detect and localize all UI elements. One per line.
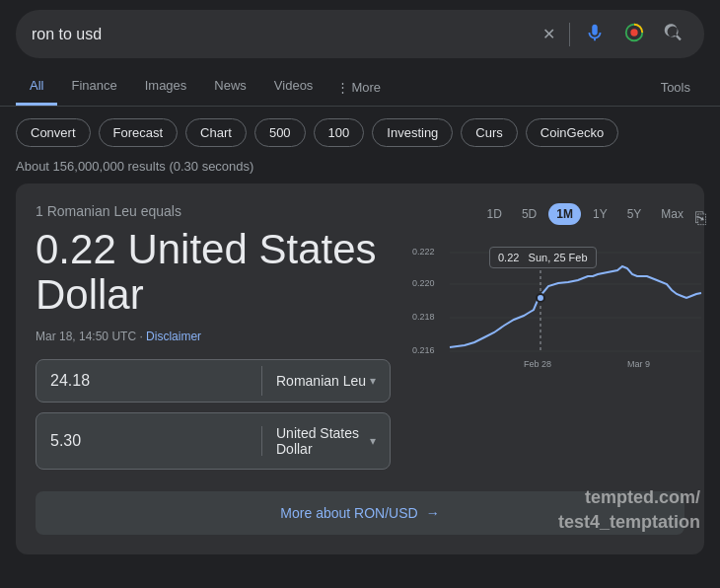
time-tab-1y[interactable]: 1Y [585,203,615,225]
svg-text:0.218: 0.218 [412,312,435,322]
results-count: About 156,000,000 results (0.30 seconds) [0,159,720,184]
converter-section: 1 Romanian Leu equals 0.22 United States… [16,184,704,554]
disclaimer-link[interactable]: Disclaimer [146,330,201,343]
tab-all[interactable]: All [16,68,57,106]
svg-text:Feb 28: Feb 28 [524,359,551,369]
search-icon [663,22,684,43]
lens-button[interactable] [619,18,649,50]
time-tab-5d[interactable]: 5D [514,203,544,225]
svg-text:0.220: 0.220 [412,278,435,288]
converter-top: 1 Romanian Leu equals 0.22 United States… [36,203,684,479]
equals-text: 1 Romanian Leu equals [36,203,391,219]
chart-container: 0.222 0.220 0.218 0.216 [410,239,706,397]
svg-text:0.216: 0.216 [412,345,435,355]
nav-tabs: All Finance Images News Videos ⋮ More To… [0,68,720,107]
converter-left: 1 Romanian Leu equals 0.22 United States… [36,203,391,479]
time-tab-1d[interactable]: 1D [479,203,510,225]
svg-text:Mar 9: Mar 9 [627,359,650,369]
more-about-label: More about RON/USD [280,505,417,521]
to-input-row: United States Dollar ▾ [36,412,391,470]
time-tab-max[interactable]: Max [653,203,691,225]
microphone-icon [584,22,606,43]
tab-videos[interactable]: Videos [260,68,327,106]
to-amount-input[interactable] [36,420,261,462]
close-icon: ✕ [542,26,555,42]
big-result-line1: 0.22 United States [36,226,377,272]
chart-svg: 0.222 0.220 0.218 0.216 [410,239,706,377]
tab-news[interactable]: News [200,68,260,106]
from-currency-label: Romanian Leu [276,373,366,389]
tools-tab[interactable]: Tools [647,70,704,105]
share-icon[interactable]: ⎘ [695,208,706,229]
chip-forecast[interactable]: Forecast [99,118,179,147]
chip-investing[interactable]: Investing [372,118,453,147]
from-amount-input[interactable] [36,360,261,402]
lens-icon [623,22,645,43]
chip-chart[interactable]: Chart [185,118,247,147]
chip-100[interactable]: 100 [314,118,365,147]
to-currency-select[interactable]: United States Dollar ▾ [262,413,390,469]
chevron-down-icon: ▾ [370,374,376,388]
time-tab-1m[interactable]: 1M [548,203,581,225]
more-about-button[interactable]: More about RON/USD → [36,491,684,535]
search-bar: ✕ [16,10,704,58]
chip-curs[interactable]: Curs [461,118,517,147]
search-button[interactable] [659,18,688,50]
page-wrapper: ✕ All Finance Images News Videos [0,10,720,554]
svg-point-1 [630,29,637,36]
close-button[interactable]: ✕ [539,21,559,47]
chart-time-tabs: 1D 5D 1M 1Y 5Y Max [479,203,691,225]
tab-images[interactable]: Images [131,68,201,106]
chip-500[interactable]: 500 [254,118,306,147]
from-input-row: Romanian Leu ▾ [36,359,391,403]
filter-chips: Convert Forecast Chart 500 100 Investing… [0,107,720,159]
tab-finance[interactable]: Finance [57,68,130,106]
chevron-down-icon-2: ▾ [370,434,376,448]
microphone-button[interactable] [580,18,610,50]
big-result: 0.22 United States Dollar [36,227,391,318]
arrow-right-icon: → [426,505,440,521]
search-input[interactable] [32,26,529,43]
more-dots-icon: ⋮ [336,80,349,95]
big-result-line2: Dollar [36,271,144,318]
more-nav[interactable]: ⋮ More [326,70,391,105]
chip-convert[interactable]: Convert [16,118,91,147]
svg-point-11 [537,294,544,302]
to-currency-label: United States Dollar [276,425,370,457]
time-tab-5y[interactable]: 5Y [619,203,650,225]
converter-right: 1D 5D 1M 1Y 5Y Max ⎘ 0.222 [391,203,706,397]
svg-text:0.222: 0.222 [412,247,435,257]
more-label: More [351,80,381,95]
from-currency-select[interactable]: Romanian Leu ▾ [262,361,390,401]
timestamp: Mar 18, 14:50 UTC · Disclaimer [36,330,391,343]
chip-coingecko[interactable]: CoinGecko [526,118,618,147]
